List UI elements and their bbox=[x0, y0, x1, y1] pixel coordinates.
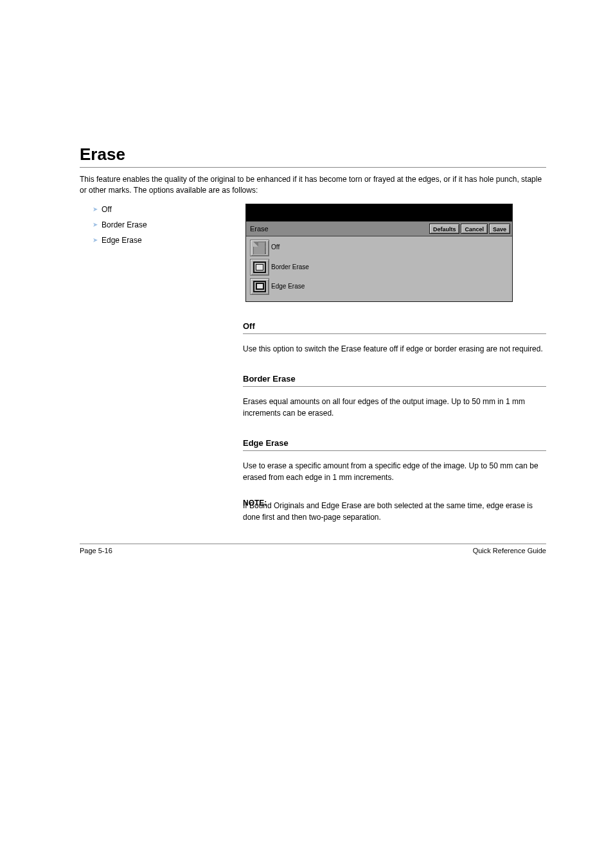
bullet-marker-icon: ➤ bbox=[93, 221, 98, 228]
bullet-marker-icon: ➤ bbox=[93, 236, 98, 244]
off-desc: Use this option to switch the Erase feat… bbox=[243, 343, 546, 355]
footer-rule bbox=[80, 544, 546, 544]
bullet-border: ➤ Border Erase bbox=[93, 220, 234, 229]
cancel-button[interactable]: Cancel bbox=[461, 224, 488, 234]
defaults-button[interactable]: Defaults bbox=[429, 224, 460, 234]
panel-titlebar: Erase Defaults Cancel Save bbox=[246, 221, 512, 236]
erase-panel: Erase Defaults Cancel Save Off Borde bbox=[245, 204, 513, 302]
bullet-border-label: Border Erase bbox=[102, 220, 147, 229]
footer-right: Quick Reference Guide bbox=[473, 547, 546, 554]
footer-left: Page 5-16 bbox=[80, 547, 112, 554]
option-off[interactable]: Off bbox=[250, 240, 508, 256]
option-border-label: Border Erase bbox=[271, 263, 309, 270]
option-border-erase[interactable]: Border Erase bbox=[250, 259, 508, 276]
panel-body: Off Border Erase Edge Erase bbox=[246, 236, 512, 301]
section-heading: Erase bbox=[80, 145, 555, 164]
section-rule bbox=[80, 167, 546, 168]
note-desc: If Bound Originals and Edge Erase are bo… bbox=[243, 500, 546, 523]
edge-erase-icon bbox=[250, 278, 269, 295]
border-erase-icon bbox=[250, 259, 269, 276]
bullet-edge: ➤ Edge Erase bbox=[93, 236, 234, 245]
top-spacer bbox=[71, 51, 555, 145]
bullet-off-label: Off bbox=[102, 205, 112, 214]
off-heading: Off bbox=[243, 321, 555, 331]
border-desc: Erases equal amounts on all four edges o… bbox=[243, 396, 546, 419]
section-intro: This feature enables the quality of the … bbox=[80, 174, 542, 196]
panel-blackbar bbox=[246, 204, 512, 221]
border-rule bbox=[243, 386, 546, 387]
option-edge-label: Edge Erase bbox=[271, 283, 305, 290]
bullet-list: ➤ Off ➤ Border Erase ➤ Edge Erase bbox=[93, 204, 234, 251]
option-off-label: Off bbox=[271, 244, 280, 251]
option-edge-erase[interactable]: Edge Erase bbox=[250, 278, 508, 295]
edge-rule bbox=[243, 450, 546, 451]
bullet-marker-icon: ➤ bbox=[93, 206, 98, 213]
bullet-off: ➤ Off bbox=[93, 205, 234, 214]
off-icon bbox=[250, 240, 269, 256]
off-rule bbox=[243, 333, 546, 334]
border-heading: Border Erase bbox=[243, 374, 555, 384]
two-column: ➤ Off ➤ Border Erase ➤ Edge Erase Erase … bbox=[93, 204, 555, 302]
edge-desc: Use to erase a specific amount from a sp… bbox=[243, 460, 546, 483]
footer: Page 5-16 Quick Reference Guide bbox=[80, 547, 546, 554]
panel-title: Erase bbox=[250, 225, 269, 233]
edge-heading: Edge Erase bbox=[243, 438, 555, 448]
bullet-edge-label: Edge Erase bbox=[102, 236, 142, 245]
save-button[interactable]: Save bbox=[489, 224, 510, 234]
page: Erase This feature enables the quality o… bbox=[0, 0, 613, 868]
